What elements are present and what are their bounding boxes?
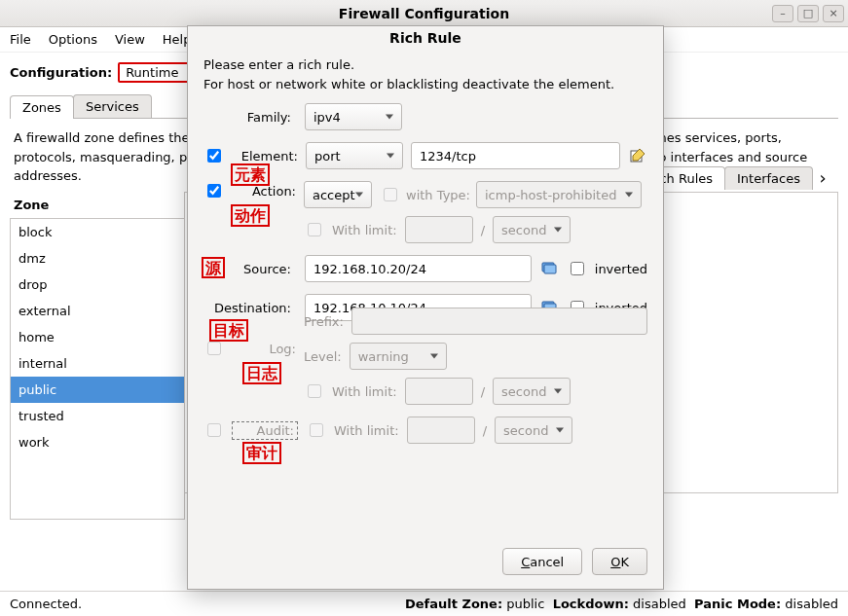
element-label: Element: — [232, 149, 298, 163]
audit-limit-checkbox — [310, 423, 323, 437]
ok-button[interactable]: OK — [592, 548, 647, 575]
tab-scroll-right-icon[interactable]: › — [813, 167, 832, 188]
log-limit-input — [405, 378, 473, 405]
zone-item-work[interactable]: work — [11, 429, 184, 455]
log-level-label: Level: — [304, 349, 342, 364]
zone-item-external[interactable]: external — [11, 298, 184, 324]
zone-item-drop[interactable]: drop — [11, 272, 184, 298]
log-prefix-label: Prefix: — [304, 314, 344, 329]
source-inverted-label: inverted — [595, 262, 647, 276]
action-limit-unit: second — [493, 216, 571, 243]
status-default-zone: Default Zone: public Lockdown: disabled … — [405, 597, 838, 611]
main-window: Firewall Configuration – □ × File Option… — [0, 0, 848, 616]
log-prefix-input — [351, 308, 647, 335]
action-limit-input — [405, 216, 473, 243]
action-label: Action: — [230, 184, 296, 199]
annotation-action: 动作 — [231, 204, 270, 227]
titlebar: Firewall Configuration – □ × — [0, 0, 848, 27]
with-type-checkbox — [384, 188, 397, 201]
family-label: Family: — [203, 110, 291, 125]
action-limit-label: With limit: — [332, 223, 397, 237]
tab-interfaces[interactable]: Interfaces — [724, 166, 813, 190]
action-checkbox[interactable] — [207, 184, 221, 198]
source-pick-icon[interactable] — [539, 261, 559, 276]
menu-view[interactable]: View — [115, 32, 145, 47]
annotation-audit: 审计 — [242, 442, 281, 464]
zone-item-dmz[interactable]: dmz — [11, 245, 184, 272]
rich-rule-dialog: Rich Rule Please enter a rich rule. For … — [187, 25, 664, 590]
tab-interfaces-label: Interfaces — [737, 171, 800, 186]
audit-checkbox[interactable] — [207, 423, 221, 437]
with-type-label: with Type: — [406, 188, 470, 202]
tab-services[interactable]: Services — [73, 94, 152, 118]
minimize-button[interactable]: – — [772, 5, 793, 22]
audit-limit-input — [407, 417, 475, 444]
log-label: Log: — [230, 342, 296, 356]
zone-item-home[interactable]: home — [11, 324, 184, 350]
element-edit-icon[interactable] — [628, 148, 647, 163]
family-combo[interactable]: ipv4 — [305, 103, 402, 130]
svg-rect-2 — [544, 265, 556, 273]
statusbar: Connected. Default Zone: public Lockdown… — [0, 591, 848, 616]
close-button[interactable]: × — [823, 5, 844, 22]
zone-item-block[interactable]: block — [11, 219, 184, 245]
action-combo[interactable]: accept — [304, 181, 372, 208]
dialog-intro-2: For host or network white or blacklistin… — [203, 75, 647, 94]
element-value-input[interactable]: 1234/tcp — [411, 142, 620, 169]
log-level-combo: warning — [350, 343, 447, 370]
cancel-button[interactable]: Cancel — [502, 548, 582, 575]
window-title: Firewall Configuration — [0, 6, 848, 21]
maximize-button[interactable]: □ — [797, 5, 819, 22]
menu-options[interactable]: Options — [49, 32, 97, 47]
element-checkbox[interactable] — [207, 149, 221, 163]
log-limit-unit: second — [493, 378, 571, 405]
tab-zones[interactable]: Zones — [10, 95, 74, 119]
zone-item-internal[interactable]: internal — [11, 350, 184, 377]
source-input[interactable]: 192.168.10.20/24 — [305, 255, 532, 282]
audit-limit-unit: second — [495, 417, 572, 444]
zone-item-public[interactable]: public — [11, 377, 184, 403]
log-limit-label: With limit: — [332, 384, 397, 399]
status-connected: Connected. — [10, 597, 82, 611]
destination-label: Destination: — [203, 301, 291, 315]
log-limit-checkbox — [308, 384, 321, 398]
source-label: Source: — [203, 262, 291, 276]
element-type-combo[interactable]: port — [306, 142, 403, 169]
log-checkbox[interactable] — [207, 342, 221, 355]
dialog-title: Rich Rule — [188, 26, 663, 55]
zone-heading: Zone — [10, 192, 185, 218]
annotation-log: 日志 — [242, 362, 281, 384]
action-limit-checkbox — [308, 223, 321, 236]
menu-file[interactable]: File — [10, 32, 31, 47]
source-inverted-checkbox[interactable] — [571, 262, 584, 275]
zone-item-trusted[interactable]: trusted — [11, 403, 184, 429]
dialog-intro-1: Please enter a rich rule. — [203, 55, 647, 75]
zone-list[interactable]: block dmz drop external home internal pu… — [10, 218, 185, 520]
audit-label: Audit: — [232, 421, 298, 440]
audit-limit-label: With limit: — [334, 423, 399, 438]
config-label: Configuration: — [10, 65, 112, 80]
with-type-combo: icmp-host-prohibited — [476, 181, 642, 208]
